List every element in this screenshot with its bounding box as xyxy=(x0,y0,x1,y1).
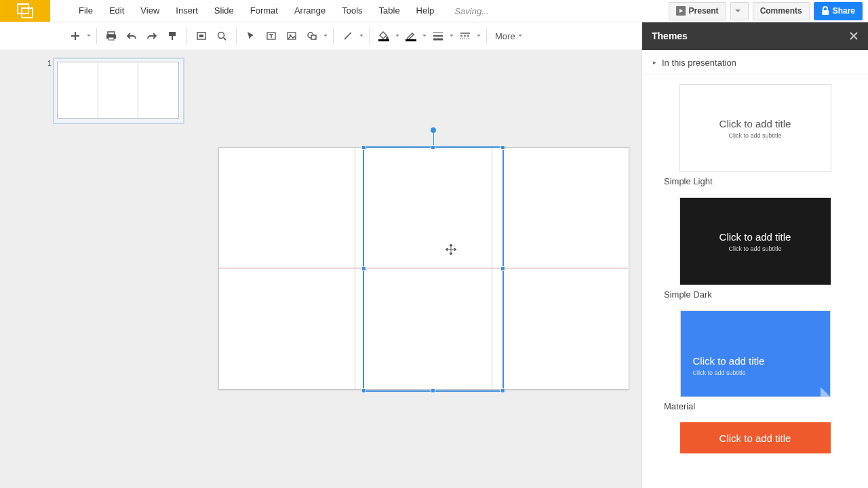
save-status: Saving... xyxy=(454,6,489,16)
rotate-handle-line xyxy=(433,131,434,145)
menu-arrange[interactable]: Arrange xyxy=(286,0,334,22)
menu-edit[interactable]: Edit xyxy=(101,0,132,22)
select-tool[interactable] xyxy=(243,28,259,44)
svg-rect-9 xyxy=(199,35,203,37)
share-label: Share xyxy=(833,6,855,16)
theme-card-title: Click to add title xyxy=(693,355,765,367)
menu-insert[interactable]: Insert xyxy=(167,0,206,22)
more-label: More xyxy=(495,31,515,41)
rotate-handle[interactable] xyxy=(431,127,436,133)
new-slide-button[interactable] xyxy=(67,28,83,44)
more-button[interactable]: More xyxy=(495,31,522,41)
theme-next[interactable]: Click to add title xyxy=(680,422,831,453)
themes-section-header[interactable]: ▸ In this presentation xyxy=(642,50,868,75)
comments-label: Comments xyxy=(760,6,802,16)
menu-bar: File Edit View Insert Slide Format Arran… xyxy=(0,0,868,22)
line-weight-dropdown[interactable] xyxy=(448,34,455,38)
themes-section-label: In this presentation xyxy=(662,58,736,68)
line-tool[interactable] xyxy=(340,28,356,44)
svg-rect-4 xyxy=(108,32,115,35)
theme-label: Simple Light xyxy=(664,176,848,186)
svg-rect-6 xyxy=(108,37,114,40)
svg-rect-3 xyxy=(822,10,829,15)
theme-card-title: Click to add title xyxy=(719,118,791,129)
themes-header: Themes xyxy=(642,22,868,50)
slide-number: 1 xyxy=(47,59,52,67)
menu-help[interactable]: Help xyxy=(408,0,443,22)
paint-format-button[interactable] xyxy=(164,28,180,44)
resize-handle[interactable] xyxy=(500,388,505,393)
print-button[interactable] xyxy=(103,28,119,44)
slide-thumbnail[interactable] xyxy=(57,62,179,119)
theme-card-subtitle: Click to add subtitle xyxy=(728,245,781,252)
svg-point-10 xyxy=(218,33,224,39)
line-color-button[interactable] xyxy=(403,28,419,44)
new-slide-dropdown[interactable] xyxy=(85,34,92,38)
menu-tools[interactable]: Tools xyxy=(334,0,370,22)
svg-rect-7 xyxy=(169,32,176,36)
header-buttons: Present Comments Share xyxy=(669,0,863,22)
move-cursor-icon xyxy=(445,243,457,256)
theme-simple-dark[interactable]: Click to add title Click to add subtitle xyxy=(679,197,831,285)
line-dropdown[interactable] xyxy=(358,34,365,38)
resize-handle[interactable] xyxy=(500,145,505,150)
caret-down-icon xyxy=(518,34,522,38)
close-icon xyxy=(849,31,859,41)
fill-color-dropdown[interactable] xyxy=(394,34,401,38)
line-weight-button[interactable] xyxy=(430,28,446,44)
filmstrip: 1 xyxy=(0,49,202,488)
app-logo[interactable] xyxy=(0,0,50,22)
canvas[interactable] xyxy=(202,49,642,488)
menu-file[interactable]: File xyxy=(71,0,101,22)
redo-button[interactable] xyxy=(144,28,160,44)
resize-handle[interactable] xyxy=(361,388,366,393)
theme-card-title: Click to add title xyxy=(719,432,791,444)
resize-handle[interactable] xyxy=(431,145,435,150)
theme-label: Material xyxy=(664,401,848,411)
close-themes-button[interactable] xyxy=(849,31,859,41)
themes-panel: Themes ▸ In this presentation Click to a… xyxy=(642,22,868,488)
slide-divider xyxy=(355,148,355,389)
workspace: 1 xyxy=(0,49,642,488)
triangle-right-icon: ▸ xyxy=(653,59,656,66)
menu-format[interactable]: Format xyxy=(242,0,286,22)
textbox-tool[interactable] xyxy=(263,28,279,44)
svg-rect-15 xyxy=(311,35,316,39)
theme-simple-light[interactable]: Click to add title Click to add subtitle xyxy=(679,84,831,172)
selected-shape[interactable] xyxy=(363,146,504,392)
resize-handle[interactable] xyxy=(361,266,366,271)
theme-card-title: Click to add title xyxy=(719,231,791,243)
caret-down-icon xyxy=(735,8,741,14)
undo-button[interactable] xyxy=(123,28,140,44)
line-dash-dropdown[interactable] xyxy=(475,34,482,38)
zoom-button[interactable] xyxy=(214,28,230,44)
menu-items: File Edit View Insert Slide Format Arran… xyxy=(71,0,442,22)
play-icon xyxy=(676,6,686,16)
line-color-dropdown[interactable] xyxy=(421,34,428,38)
shape-dropdown[interactable] xyxy=(322,34,329,38)
theme-card-subtitle: Click to add subtitle xyxy=(728,132,781,139)
page-fold-icon xyxy=(821,387,830,396)
theme-material[interactable]: Click to add title Click to add subtitle xyxy=(680,310,831,397)
present-label: Present xyxy=(689,6,719,16)
zoom-fit-button[interactable] xyxy=(193,28,210,44)
themes-list: Click to add title Click to add subtitle… xyxy=(642,73,868,488)
shape-tool[interactable] xyxy=(304,28,320,44)
menu-table[interactable]: Table xyxy=(371,0,408,22)
resize-handle[interactable] xyxy=(500,266,505,271)
lock-icon xyxy=(821,6,829,16)
comments-button[interactable]: Comments xyxy=(753,2,810,20)
theme-label: Simple Dark xyxy=(664,289,848,300)
menu-view[interactable]: View xyxy=(132,0,167,22)
themes-title: Themes xyxy=(652,30,688,41)
share-button[interactable]: Share xyxy=(814,2,863,20)
line-dash-button[interactable] xyxy=(457,28,473,44)
image-tool[interactable] xyxy=(283,28,300,44)
present-button[interactable]: Present xyxy=(669,2,726,20)
fill-color-button[interactable] xyxy=(376,28,392,44)
present-dropdown[interactable] xyxy=(730,2,749,20)
menu-slide[interactable]: Slide xyxy=(206,0,242,22)
resize-handle[interactable] xyxy=(361,145,366,150)
resize-handle[interactable] xyxy=(431,388,435,393)
theme-card-subtitle: Click to add subtitle xyxy=(693,369,746,376)
